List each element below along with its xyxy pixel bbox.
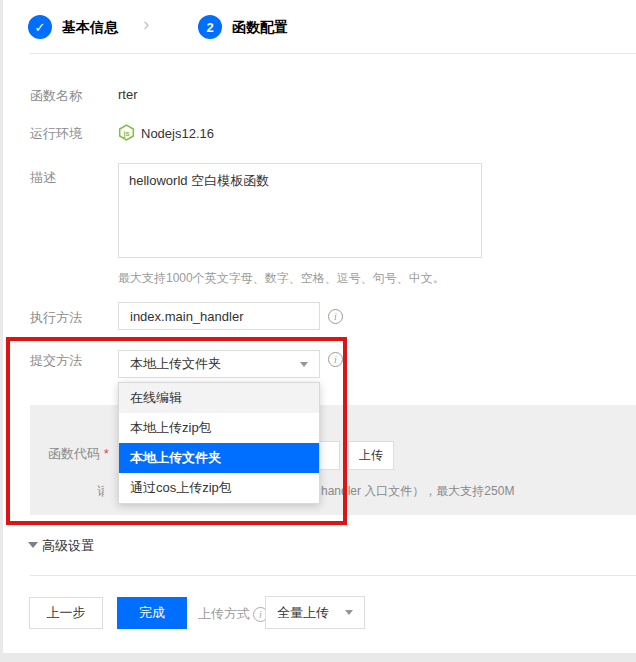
submit-method-label: 提交方法 (30, 352, 82, 370)
upload-mode-select[interactable]: 全量上传 (265, 596, 365, 629)
upload-button[interactable]: 上传 (348, 441, 394, 470)
step2-label: 函数配置 (232, 19, 288, 37)
description-label: 描述 (30, 169, 56, 187)
upload-mode-label: 上传方式 i (198, 605, 268, 623)
dropdown-option-local-zip[interactable]: 本地上传zip包 (119, 413, 319, 443)
upload-mode-selected-value: 全量上传 (277, 604, 329, 622)
handler-info-icon[interactable]: i (328, 309, 343, 324)
step2-number: 2 (206, 20, 213, 35)
step1-label: 基本信息 (62, 19, 118, 37)
nodejs-icon: js (118, 124, 135, 141)
dropdown-option-cos-zip[interactable]: 通过cos上传zip包 (119, 473, 319, 503)
function-name-label: 函数名称 (30, 87, 82, 105)
required-asterisk: * (104, 446, 109, 461)
submit-method-select[interactable]: 本地上传文件夹 (118, 350, 320, 378)
handler-label: 执行方法 (30, 309, 82, 327)
done-button[interactable]: 完成 (117, 597, 187, 629)
submit-method-dropdown-menu: 在线编辑 本地上传zip包 本地上传文件夹 通过cos上传zip包 (118, 382, 320, 504)
chevron-down-icon (300, 362, 308, 367)
previous-step-button[interactable]: 上一步 (29, 597, 103, 629)
handler-input[interactable] (118, 302, 320, 330)
footer-divider (30, 575, 636, 576)
function-name-value: rter (118, 87, 138, 102)
step-separator-chevron-icon: › (143, 13, 149, 35)
check-icon: ✓ (35, 20, 46, 35)
runtime-label: 运行环境 (30, 125, 82, 143)
description-textarea[interactable]: helloworld 空白模板函数 (118, 163, 482, 258)
dropdown-option-online-edit[interactable]: 在线编辑 (119, 383, 319, 413)
advanced-settings-toggle[interactable]: 高级设置 (42, 537, 94, 555)
code-hint-text: handler 入口文件），最大支持250M (321, 483, 514, 500)
collapse-triangle-icon (28, 542, 38, 548)
function-code-label: 函数代码 * (48, 445, 109, 463)
header-divider (30, 53, 636, 54)
submit-method-selected-value: 本地上传文件夹 (130, 355, 221, 373)
runtime-value: Nodejs12.16 (141, 126, 214, 141)
description-hint: 最大支持1000个英文字母、数字、空格、逗号、句号、中文。 (118, 270, 445, 287)
code-hint-clipped-fragment: 请 (97, 483, 104, 500)
svg-text:js: js (122, 129, 129, 138)
step1-done-check-icon: ✓ (28, 15, 52, 39)
dropdown-option-local-folder[interactable]: 本地上传文件夹 (119, 443, 319, 473)
step2-number-badge: 2 (198, 15, 222, 39)
submit-method-info-icon[interactable]: i (328, 352, 343, 367)
chevron-down-icon (345, 610, 353, 615)
